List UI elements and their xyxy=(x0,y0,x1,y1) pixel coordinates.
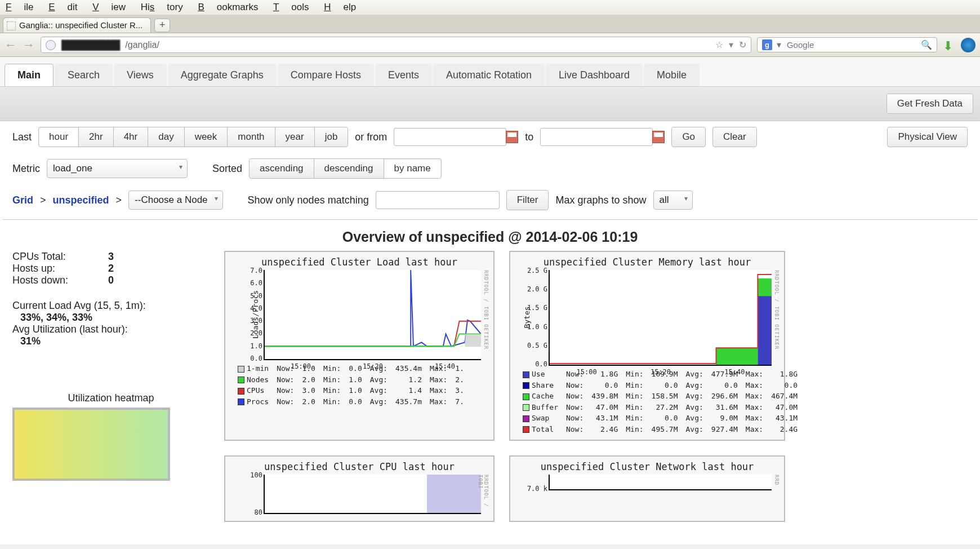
url-bar[interactable]: ██████████/ganglia/ ☆ ▾ ↻ xyxy=(41,37,751,53)
max-graphs-label: Max graphs to show xyxy=(555,194,646,206)
memory-legend: UseNow:1.8GMin:109.9MAvg:477.9MMax:1.8GS… xyxy=(518,368,802,435)
metric-label: Metric xyxy=(12,163,40,175)
menu-view[interactable]: View xyxy=(92,2,126,12)
physical-view-button[interactable]: Physical View xyxy=(887,127,968,147)
menu-file[interactable]: File xyxy=(6,2,33,12)
tab-aggregate-graphs[interactable]: Aggregate Graphs xyxy=(168,64,277,86)
bookmark-star-icon[interactable]: ☆ xyxy=(715,39,723,50)
browser-tabstrip: Ganglia:: unspecified Cluster R... + xyxy=(0,15,980,33)
range-year[interactable]: year xyxy=(275,127,315,147)
url-path: /ganglia/ xyxy=(125,40,159,50)
menu-help[interactable]: Help xyxy=(324,2,356,12)
grid-link[interactable]: Grid xyxy=(12,194,33,206)
range-2hr[interactable]: 2hr xyxy=(78,127,114,147)
cpus-total-value: 3 xyxy=(108,251,114,263)
tab-search[interactable]: Search xyxy=(55,64,113,86)
legend-row: BufferNow:47.0MMin:27.2MAvg:31.6MMax:47.… xyxy=(519,402,801,413)
sorted-label: Sorted xyxy=(212,163,242,175)
tab-views[interactable]: Views xyxy=(114,64,167,86)
cluster-link[interactable]: unspecified xyxy=(53,194,109,206)
util-label: Avg Utilization (last hour): xyxy=(12,324,210,335)
range-4hr[interactable]: 4hr xyxy=(113,127,149,147)
search-engine-dropdown-icon[interactable]: ▾ xyxy=(777,39,781,50)
sort-ascending[interactable]: ascending xyxy=(249,158,314,179)
browser-navrow: ← → ██████████/ganglia/ ☆ ▾ ↻ g ▾ 🔍 ⬇ xyxy=(0,33,980,57)
summary-panel: CPUs Total:3 Hosts up:2 Hosts down:0 Cur… xyxy=(12,251,210,481)
svg-rect-4 xyxy=(427,475,481,513)
menu-history[interactable]: History xyxy=(141,2,183,12)
network-graph[interactable]: unspecified Cluster Network last hour RR… xyxy=(509,455,785,522)
url-host: ██████████ xyxy=(61,40,119,50)
downloads-icon[interactable]: ⬇ xyxy=(943,39,955,51)
svg-rect-3 xyxy=(758,278,772,296)
menu-tools[interactable]: Tools xyxy=(273,2,309,12)
forward-button[interactable]: → xyxy=(23,38,35,52)
filter-button[interactable]: Filter xyxy=(506,190,549,210)
svg-rect-0 xyxy=(465,334,481,347)
tab-live-dashboard[interactable]: Live Dashboard xyxy=(546,64,643,86)
go-button[interactable]: Go xyxy=(671,127,706,147)
hosts-up-value: 2 xyxy=(108,263,114,274)
from-date-input[interactable] xyxy=(394,128,506,146)
range-day[interactable]: day xyxy=(148,127,184,147)
sort-descending[interactable]: descending xyxy=(314,158,384,179)
legend-row: ProcsNow:2.0Min:0.0Avg:435.7mMax:7. xyxy=(234,397,467,407)
range-job[interactable]: job xyxy=(314,127,349,147)
to-date[interactable] xyxy=(540,128,665,146)
choose-node-select[interactable]: --Choose a Node xyxy=(128,191,222,210)
matching-label: Show only nodes matching xyxy=(248,194,369,206)
breadcrumb-row: Grid > unspecified > --Choose a Node Sho… xyxy=(0,184,980,216)
sort-by-name[interactable]: by name xyxy=(384,158,442,179)
load-graph-title: unspecified Cluster Load last hour xyxy=(230,256,489,268)
calendar-icon[interactable] xyxy=(652,131,665,143)
tab-events[interactable]: Events xyxy=(375,64,432,86)
tab-automatic-rotation[interactable]: Automatic Rotation xyxy=(433,64,545,86)
heatmap-title: Utilization heatmap xyxy=(12,392,210,404)
menu-bookmarks[interactable]: Bookmarks xyxy=(198,2,258,12)
search-go-icon[interactable]: 🔍 xyxy=(921,39,932,50)
tab-mobile[interactable]: Mobile xyxy=(644,64,700,86)
to-label: to xyxy=(525,131,533,143)
new-tab-button[interactable]: + xyxy=(154,19,170,32)
memory-plot-svg xyxy=(550,270,772,365)
ganglia-tablist: MainSearchViewsAggregate GraphsCompare H… xyxy=(0,57,980,87)
load-graph[interactable]: unspecified Cluster Load last hour Loads… xyxy=(224,251,495,441)
reload-button[interactable]: ↻ xyxy=(739,39,746,50)
from-date[interactable] xyxy=(394,128,518,146)
utilization-heatmap[interactable] xyxy=(12,408,170,481)
last-label: Last xyxy=(12,131,32,143)
metric-select[interactable]: load_one xyxy=(47,159,188,178)
browser-search-bar[interactable]: g ▾ 🔍 xyxy=(757,37,937,52)
metric-row: Metric load_one Sorted ascendingdescendi… xyxy=(0,153,980,184)
memory-graph[interactable]: unspecified Cluster Memory last hour Byt… xyxy=(509,251,785,441)
clear-button[interactable]: Clear xyxy=(712,127,757,147)
action-bar: Get Fresh Data xyxy=(0,87,980,121)
util-value: 31% xyxy=(12,335,210,347)
range-hour[interactable]: hour xyxy=(38,127,79,147)
tab-compare-hosts[interactable]: Compare Hosts xyxy=(278,64,374,86)
get-fresh-data-button[interactable]: Get Fresh Data xyxy=(887,94,973,114)
search-input[interactable] xyxy=(786,39,916,50)
max-graphs-select[interactable]: all xyxy=(653,191,693,210)
browser-menubar: File Edit View History Bookmarks Tools H… xyxy=(0,0,980,15)
tab-main[interactable]: Main xyxy=(5,64,54,86)
cpu-graph-title: unspecified Cluster CPU last hour xyxy=(230,461,489,472)
range-month[interactable]: month xyxy=(227,127,275,147)
range-week[interactable]: week xyxy=(184,127,228,147)
filter-input[interactable] xyxy=(376,191,500,209)
memory-graph-title: unspecified Cluster Memory last hour xyxy=(515,256,779,268)
legend-row: ShareNow:0.0Min:0.0Avg:0.0Max:0.0 xyxy=(519,380,801,391)
network-graph-title: unspecified Cluster Network last hour xyxy=(515,461,779,472)
back-button[interactable]: ← xyxy=(5,38,17,52)
dropdown-icon[interactable]: ▾ xyxy=(729,39,733,50)
legend-row: NodesNow:2.0Min:1.0Avg:1.2Max:2. xyxy=(234,375,467,385)
to-date-input[interactable] xyxy=(540,128,653,146)
hosts-down-value: 0 xyxy=(108,274,114,286)
load-plot-svg xyxy=(265,270,481,359)
browser-tab[interactable]: Ganglia:: unspecified Cluster R... xyxy=(3,17,151,33)
addon-icon[interactable] xyxy=(961,38,975,52)
calendar-icon[interactable] xyxy=(506,131,518,143)
menu-edit[interactable]: Edit xyxy=(48,2,77,12)
overview-title: Overview of unspecified @ 2014-02-06 10:… xyxy=(0,223,980,251)
cpu-graph[interactable]: unspecified Cluster CPU last hour RRDTOO… xyxy=(224,455,495,522)
